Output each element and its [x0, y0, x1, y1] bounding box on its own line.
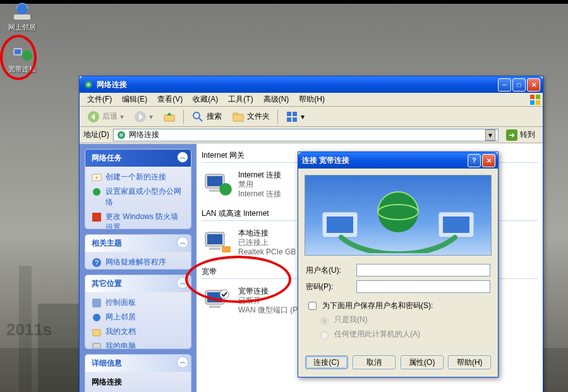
pane-header-tasks[interactable]: 网络任务 ︿	[85, 150, 191, 167]
collapse-icon: ︿	[177, 357, 188, 368]
place-my-documents[interactable]: 我的文档	[92, 326, 184, 337]
connect-broadband-dialog: 连接 宽带连接 ? ✕ 用户名(U): 密码(P): 为下面用户保存用户名和密码…	[298, 151, 499, 377]
firewall-icon	[92, 212, 102, 222]
radio-me-only-input[interactable]	[320, 317, 329, 325]
place-my-computer[interactable]: 我的电脑	[92, 341, 184, 349]
pane-header-related[interactable]: 相关主题 ︿	[85, 235, 191, 252]
svg-rect-11	[15, 49, 21, 54]
menubar: 文件(F) 编辑(E) 查看(V) 收藏(A) 工具(T) 高级(N) 帮助(H…	[80, 93, 543, 107]
svg-point-31	[119, 133, 123, 137]
titlebar[interactable]: 网络连接 ─ □ ✕	[80, 76, 543, 93]
broadband-icon	[203, 285, 233, 316]
minimize-button[interactable]: ─	[498, 78, 511, 92]
forward-button[interactable]: ▾	[130, 109, 157, 124]
svg-rect-29	[293, 117, 297, 122]
menu-advanced[interactable]: 高级(N)	[258, 93, 294, 106]
svg-text:2011s: 2011s	[6, 320, 52, 339]
address-dropdown[interactable]: ▾	[485, 129, 495, 141]
save-credentials-checkbox[interactable]	[308, 302, 317, 310]
menu-favorites[interactable]: 收藏(A)	[188, 93, 223, 106]
svg-rect-48	[207, 234, 222, 244]
svg-text:+: +	[95, 174, 99, 181]
pane-header-other-places[interactable]: 其它位置 ︿	[85, 275, 191, 292]
svg-rect-40	[93, 330, 100, 336]
svg-rect-45	[209, 189, 221, 192]
dialog-help-button[interactable]: ?	[468, 154, 481, 167]
chevron-down-icon: ▾	[149, 112, 153, 121]
pane-related: 相关主题 ︿ ? 网络疑难解答程序	[85, 234, 191, 270]
radio-anyone: 任何使用此计算机的人(A)	[317, 329, 490, 340]
related-troubleshoot[interactable]: ? 网络疑难解答程序	[92, 257, 184, 268]
help-button[interactable]: 帮助(H)	[448, 355, 491, 369]
pane-header-details[interactable]: 详细信息 ︿	[85, 355, 191, 372]
username-input[interactable]	[356, 264, 490, 276]
place-network-places[interactable]: 网上邻居	[92, 312, 184, 323]
search-button[interactable]: 搜索	[188, 109, 226, 124]
menu-tools[interactable]: 工具(T)	[223, 93, 258, 106]
dialog-illustration	[305, 175, 492, 256]
go-arrow-icon: ➜	[506, 129, 517, 141]
radio-anyone-input[interactable]	[320, 331, 329, 340]
task-setup-home-network[interactable]: 设置家庭或小型办公网络	[92, 186, 184, 208]
connect-button[interactable]: 连接(C)	[305, 355, 348, 369]
desktop-icon-label: 宽带连接	[3, 64, 41, 74]
address-input[interactable]: 网络连接 ▾	[113, 129, 499, 141]
svg-rect-41	[93, 343, 100, 348]
sidebar: 网络任务 ︿ + 创建一个新的连接 设置家庭或小型办公网络 更改 Windows…	[80, 144, 196, 392]
close-button[interactable]: ✕	[527, 78, 540, 92]
menu-help[interactable]: 帮助(H)	[294, 93, 330, 106]
pane-other-places: 其它位置 ︿ 控制面板 网上邻居 我的文档	[85, 275, 191, 349]
properties-button[interactable]: 属性(O)	[401, 355, 444, 369]
task-label: 设置家庭或小型办公网络	[106, 186, 184, 208]
dialog-close-button[interactable]: ✕	[482, 154, 495, 167]
task-label: 更改 Windows 防火墙设置	[106, 211, 184, 229]
help-icon: ?	[92, 258, 102, 268]
connection-name: 本地连接	[238, 229, 296, 238]
svg-point-54	[220, 290, 229, 299]
password-input[interactable]	[356, 280, 490, 293]
svg-point-22	[193, 112, 200, 119]
desktop-icon-broadband[interactable]: 宽带连接	[3, 43, 41, 74]
back-label: 后退	[102, 111, 118, 122]
radio-label: 任何使用此计算机的人(A)	[334, 329, 420, 340]
dialog-titlebar[interactable]: 连接 宽带连接 ? ✕	[298, 152, 498, 169]
radio-label: 只是我(N)	[334, 314, 368, 325]
svg-point-34	[93, 188, 100, 196]
network-connections-icon	[116, 130, 126, 140]
go-button[interactable]: ➜ 转到	[502, 128, 539, 142]
task-create-connection[interactable]: + 创建一个新的连接	[92, 172, 184, 182]
back-button[interactable]: 后退 ▾	[83, 109, 128, 124]
svg-rect-17	[530, 100, 535, 105]
views-button[interactable]: ▾	[282, 109, 308, 124]
pane-network-tasks: 网络任务 ︿ + 创建一个新的连接 设置家庭或小型办公网络 更改 Windows…	[85, 149, 191, 229]
window-title: 网络连接	[97, 80, 497, 90]
connection-sub: Realtek PCIe GB	[238, 247, 296, 257]
menu-edit[interactable]: 编辑(E)	[117, 93, 152, 106]
up-button[interactable]	[159, 109, 179, 124]
menu-view[interactable]: 查看(V)	[152, 93, 188, 106]
pane-title: 其它位置	[92, 279, 122, 288]
connection-sub: Internet 连接	[238, 189, 281, 199]
svg-rect-9	[14, 15, 30, 20]
task-firewall-settings[interactable]: 更改 Windows 防火墙设置	[92, 211, 184, 229]
control-panel-icon	[92, 298, 102, 308]
svg-rect-27	[293, 112, 297, 116]
place-label: 我的电脑	[106, 341, 136, 349]
svg-rect-44	[207, 176, 222, 186]
details-name: 网络连接	[92, 377, 184, 388]
connection-name: Internet 连接	[238, 170, 281, 180]
svg-line-23	[199, 118, 202, 121]
folders-button[interactable]: 文件夹	[228, 109, 274, 124]
search-icon	[191, 110, 204, 123]
search-label: 搜索	[207, 111, 222, 122]
desktop-icon-network-places[interactable]: 网上邻居	[3, 1, 41, 32]
cancel-button[interactable]: 取消	[353, 355, 396, 369]
row-password: 密码(P):	[298, 278, 498, 295]
menu-file[interactable]: 文件(F)	[82, 93, 117, 106]
place-control-panel[interactable]: 控制面板	[92, 297, 184, 308]
toolbar-separator	[277, 110, 278, 124]
pane-title: 详细信息	[92, 359, 122, 367]
svg-rect-21	[164, 115, 174, 121]
maximize-button[interactable]: □	[512, 78, 526, 92]
address-label: 地址(D)	[83, 129, 109, 140]
